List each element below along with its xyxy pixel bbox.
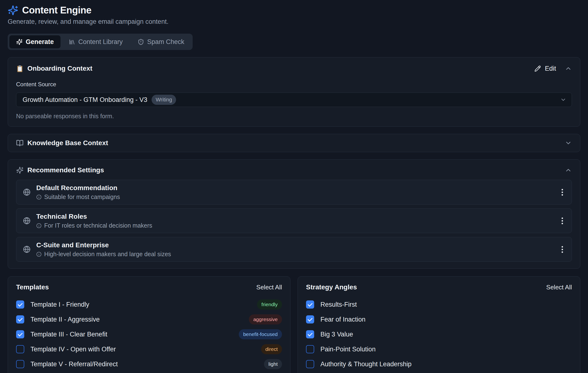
recommendation-item[interactable]: Default Recommendation Suitable for most… <box>16 180 572 204</box>
template-checkbox[interactable] <box>16 345 24 353</box>
recommendation-title: C-Suite and Enterprise <box>36 241 171 249</box>
globe-icon <box>23 217 31 224</box>
page-subtitle: Generate, review, and manage email campa… <box>8 18 580 25</box>
tab-generate[interactable]: Generate <box>9 35 61 48</box>
strategy-row: Authority & Thought Leadership <box>306 358 572 370</box>
recommendation-title: Technical Roles <box>36 213 152 221</box>
pencil-icon <box>535 65 541 72</box>
strategy-label: Fear of Inaction <box>320 316 366 323</box>
templates-title: Templates <box>16 283 49 291</box>
recommendation-list: Default Recommendation Suitable for most… <box>16 180 572 262</box>
template-row: Template I - Friendly friendly <box>16 299 282 310</box>
template-checkbox[interactable] <box>16 360 24 368</box>
strategy-select-all-button[interactable]: Select All <box>546 284 572 291</box>
shield-alert-icon <box>138 39 144 45</box>
recommendation-item[interactable]: Technical Roles For IT roles or technica… <box>16 208 572 233</box>
info-icon <box>36 194 42 200</box>
recommendation-description: Suitable for most campaigns <box>44 193 120 201</box>
recommendation-description: High-level decision makers and large dea… <box>44 251 171 258</box>
info-icon <box>36 223 42 228</box>
content-engine-page: Content Engine Generate, review, and man… <box>0 0 588 373</box>
strategy-list: Results-First Fear of Inaction Big 3 Val… <box>306 299 572 370</box>
template-checkbox[interactable] <box>16 330 24 338</box>
tab-label: Spam Check <box>147 38 184 46</box>
strategy-label: Authority & Thought Leadership <box>320 361 411 368</box>
edit-label: Edit <box>545 65 556 72</box>
tab-spam-check[interactable]: Spam Check <box>131 35 191 48</box>
writing-badge: Writing <box>152 95 176 105</box>
library-icon <box>69 39 75 45</box>
template-label: Template II - Aggressive <box>31 316 100 323</box>
sparkles-icon <box>16 167 23 174</box>
tab-label: Generate <box>26 38 54 46</box>
clipboard-icon <box>16 65 23 72</box>
book-open-icon <box>16 139 23 147</box>
edit-button[interactable]: Edit <box>535 65 556 72</box>
templates-select-all-button[interactable]: Select All <box>256 284 282 291</box>
strategy-row: Big 3 Value <box>306 329 572 340</box>
form-note: No parseable responses in this form. <box>16 113 572 120</box>
recommendation-title: Default Recommendation <box>36 184 120 192</box>
template-checkbox[interactable] <box>16 315 24 323</box>
template-tone-badge: aggressive <box>249 314 282 324</box>
chevron-down-icon <box>560 97 566 103</box>
strategy-checkbox[interactable] <box>306 330 314 338</box>
strategy-label: Pain-Point Solution <box>320 346 376 353</box>
template-tone-badge: light <box>264 359 282 369</box>
strategy-label: Big 3 Value <box>320 331 353 338</box>
sparkles-icon <box>16 39 22 45</box>
more-options-button[interactable] <box>560 187 565 198</box>
more-options-button[interactable] <box>560 216 565 226</box>
card-title-text: Onboarding Context <box>27 65 93 72</box>
select-value: Growth Automation - GTM Onboarding - V3 <box>22 96 147 104</box>
template-label: Template I - Friendly <box>31 301 89 308</box>
templates-card: Templates Select All Template I - Friend… <box>8 276 290 373</box>
template-label: Template V - Referral/Redirect <box>31 361 118 368</box>
recommended-settings-card: Recommended Settings Default Recommendat… <box>8 159 580 269</box>
strategy-row: Fear of Inaction <box>306 314 572 325</box>
more-options-button[interactable] <box>560 244 565 255</box>
info-icon <box>36 252 42 257</box>
chevron-up-icon[interactable] <box>565 65 572 72</box>
template-label: Template III - Clear Benefit <box>31 331 107 338</box>
strategy-row: Pain-Point Solution <box>306 343 572 355</box>
onboarding-context-card: Onboarding Context Edit Content Source G… <box>8 57 580 127</box>
template-row: Template V - Referral/Redirect light <box>16 358 282 370</box>
template-label: Template IV - Open with Offer <box>31 346 116 353</box>
globe-icon <box>23 246 31 253</box>
template-checkbox[interactable] <box>16 300 24 309</box>
sparkles-icon <box>8 5 18 16</box>
content-source-label: Content Source <box>16 81 572 88</box>
strategy-checkbox[interactable] <box>306 300 314 309</box>
knowledge-base-card[interactable]: Knowledge Base Context <box>8 134 580 152</box>
tab-bar: Generate Content Library Spam Check <box>8 34 193 50</box>
recommendation-item[interactable]: C-Suite and Enterprise High-level decisi… <box>16 237 572 262</box>
recommendation-description: For IT roles or technical decision maker… <box>44 222 152 229</box>
content-source-select[interactable]: Growth Automation - GTM Onboarding - V3 … <box>16 93 572 107</box>
tab-label: Content Library <box>78 38 123 46</box>
strategy-angles-card: Strategy Angles Select All Results-First… <box>298 276 580 373</box>
template-tone-badge: direct <box>261 344 282 354</box>
strategy-title: Strategy Angles <box>306 283 357 291</box>
template-row: Template IV - Open with Offer direct <box>16 343 282 355</box>
strategy-checkbox[interactable] <box>306 315 314 323</box>
card-title-text: Recommended Settings <box>27 166 104 174</box>
templates-list: Template I - Friendly friendly Template … <box>16 299 282 370</box>
strategy-label: Results-First <box>320 301 357 308</box>
template-row: Template III - Clear Benefit benefit-foc… <box>16 329 282 340</box>
template-row: Template II - Aggressive aggressive <box>16 314 282 325</box>
chevron-down-icon[interactable] <box>565 139 572 147</box>
page-header: Content Engine Generate, review, and man… <box>8 5 580 25</box>
template-tone-badge: benefit-focused <box>239 329 282 339</box>
bottom-grid: Templates Select All Template I - Friend… <box>8 276 580 373</box>
globe-icon <box>23 188 31 196</box>
strategy-row: Results-First <box>306 299 572 310</box>
page-title: Content Engine <box>22 5 92 16</box>
strategy-checkbox[interactable] <box>306 360 314 368</box>
strategy-checkbox[interactable] <box>306 345 314 353</box>
card-title-text: Knowledge Base Context <box>27 139 108 147</box>
chevron-up-icon[interactable] <box>565 167 572 174</box>
tab-content-library[interactable]: Content Library <box>62 35 129 48</box>
template-tone-badge: friendly <box>257 299 282 309</box>
